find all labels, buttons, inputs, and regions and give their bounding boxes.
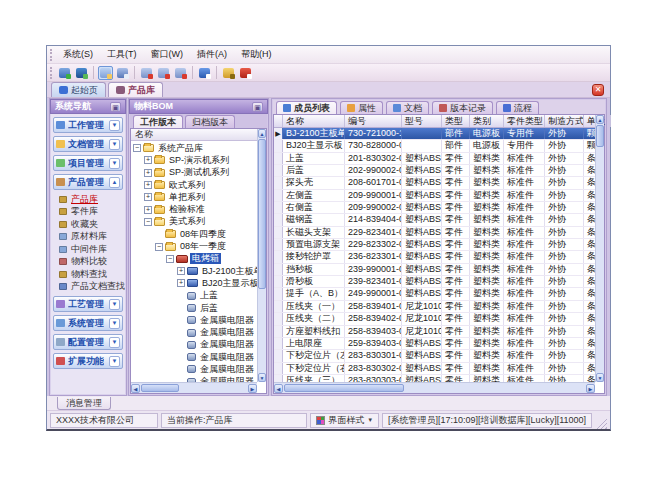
sidebar-item-2[interactable]: 收藏夹 xyxy=(51,218,125,231)
scroll-up-icon[interactable]: ▲ xyxy=(596,115,604,124)
table-row[interactable]: 下秒定位片（左）283-830301-00X塑料ABS零件塑料类标准件外协条 xyxy=(274,350,604,362)
window-sync-badge-icon[interactable] xyxy=(173,66,188,80)
lock-icon[interactable] xyxy=(221,66,236,80)
tree-node-15[interactable]: 金属膜电阻器 xyxy=(131,326,257,338)
scroll-down-icon[interactable]: ▼ xyxy=(596,373,604,382)
chevron-down-icon[interactable]: ▼ xyxy=(109,158,120,169)
table-row[interactable]: 上电限座259-839403-00X塑料ABS零件塑料类标准件外协条 xyxy=(274,338,604,350)
doc-tab-0[interactable]: 起始页 xyxy=(51,82,106,97)
content-tab-3[interactable]: 版本记录 xyxy=(432,101,493,114)
expand-icon[interactable]: + xyxy=(144,156,152,164)
tree-node-1[interactable]: +SP-演示机系列 xyxy=(131,154,257,166)
chevron-down-icon[interactable]: ▼ xyxy=(109,356,120,367)
tree-node-3[interactable]: +欧式系列 xyxy=(131,179,257,191)
close-tab-button[interactable]: ✕ xyxy=(592,84,604,96)
table-hscroll-thumb[interactable] xyxy=(284,384,404,392)
tree-node-13[interactable]: 后盖 xyxy=(131,302,257,314)
tree-vertical-scrollbar[interactable]: ▲ ▼ xyxy=(257,129,266,382)
scroll-right-icon[interactable]: ▶ xyxy=(248,384,257,393)
tree-node-6[interactable]: −美式系列 xyxy=(131,216,257,228)
tree-node-9[interactable]: −电烤箱 xyxy=(131,253,257,265)
sidebar-group-1[interactable]: 文档管理▼ xyxy=(53,136,123,152)
interface-style-selector[interactable]: 界面样式 ▼ xyxy=(310,413,379,428)
tree-node-0[interactable]: −系统产品库 xyxy=(131,142,257,154)
table-row[interactable]: 方座塑料线扣258-839403-00X尼龙1010零件塑料类标准件外协条 xyxy=(274,326,604,338)
expand-icon[interactable]: + xyxy=(144,206,152,214)
chevron-down-icon[interactable]: ▼ xyxy=(109,337,120,348)
window-close-badge-icon[interactable] xyxy=(139,66,154,80)
version-tab-0[interactable]: 工作版本 xyxy=(133,115,183,128)
tree-node-16[interactable]: 金属膜电阻器 xyxy=(131,339,257,351)
pin-icon[interactable]: ▣ xyxy=(110,102,121,112)
table-row[interactable]: 压线夹（二）258-839402-00X尼龙1010零件塑料类标准件外协条 xyxy=(274,313,604,325)
table-vscroll-thumb[interactable] xyxy=(596,125,604,147)
chevron-down-icon[interactable]: ▼ xyxy=(109,139,120,150)
folder-window-icon[interactable] xyxy=(98,66,113,80)
tree-node-4[interactable]: +单把系列 xyxy=(131,191,257,203)
tree-horizontal-scrollbar[interactable]: ◀ ▶ xyxy=(131,382,257,393)
sidebar-item-1[interactable]: 零件库 xyxy=(51,206,125,219)
tree-node-17[interactable]: 金属膜电阻器 xyxy=(131,351,257,363)
content-tab-2[interactable]: 文档 xyxy=(386,101,429,114)
sidebar-group-0[interactable]: 工作管理▼ xyxy=(53,117,123,133)
sidebar-group-7[interactable]: 扩展功能▼ xyxy=(53,353,123,369)
table-row[interactable]: 压线夹（三）283-830303-00X塑料ABS零件塑料类标准件外协条 xyxy=(274,375,604,382)
table-row[interactable]: 右侧盖209-990002-01X塑料ABS零件塑料类标准件外协条 xyxy=(274,202,604,214)
table-vertical-scrollbar[interactable]: ▲ ▼ xyxy=(595,115,604,382)
collapse-icon[interactable]: − xyxy=(144,218,152,226)
menu-drag-grip[interactable] xyxy=(50,49,53,61)
sidebar-item-4[interactable]: 中间件库 xyxy=(51,243,125,256)
column-header-4[interactable]: 类别 xyxy=(470,115,504,127)
resize-grip[interactable] xyxy=(597,415,607,429)
menu-item-0[interactable]: 系统(S) xyxy=(56,46,100,63)
menu-item-4[interactable]: 帮助(H) xyxy=(234,46,279,63)
tree-node-8[interactable]: −08年一季度 xyxy=(131,240,257,252)
tree-vscroll-thumb[interactable] xyxy=(258,139,266,289)
message-management-tab[interactable]: 消息管理 xyxy=(57,397,111,410)
scroll-left-icon[interactable]: ◀ xyxy=(274,384,283,393)
collapse-icon[interactable]: − xyxy=(155,243,163,251)
table-row[interactable]: 后盖202-990002-01X塑料ABS零件塑料类标准件外协条 xyxy=(274,165,604,177)
tree-node-14[interactable]: 金属膜电阻器 xyxy=(131,314,257,326)
table-row[interactable]: 探头壳208-601701-01X塑料ABS零件塑料类标准件外协条 xyxy=(274,177,604,189)
sidebar-group-5[interactable]: 系统管理▼ xyxy=(53,315,123,331)
table-row[interactable]: 下秒定位片（右）283-830302-00X塑料ABS零件塑料类标准件外协条 xyxy=(274,363,604,375)
sidebar-group-6[interactable]: 配置管理▼ xyxy=(53,334,123,350)
toolbar-drag-grip[interactable] xyxy=(50,67,53,79)
panel-options-icon[interactable]: ▣ xyxy=(252,102,263,112)
table-row[interactable]: 挡秒板239-990001-01X塑料ABS零件塑料类标准件外协条 xyxy=(274,264,604,276)
tree-node-10[interactable]: +BJ-2100主板单点 xyxy=(131,265,257,277)
scroll-up-icon[interactable]: ▲ xyxy=(258,129,266,138)
content-tab-1[interactable]: 属性 xyxy=(340,101,383,114)
table-row[interactable]: BJ20主显示板730-828000-04X部件电源板专用件外协颗 xyxy=(274,140,604,152)
table-row[interactable]: 磁钢盖214-839404-01X塑料ABS零件塑料类标准件外协条 xyxy=(274,214,604,226)
doc-tab-1[interactable]: 产品库 xyxy=(108,82,163,97)
column-header-6[interactable]: 制造方式 xyxy=(545,115,584,127)
chevron-down-icon[interactable]: ▼ xyxy=(109,120,120,131)
expand-icon[interactable]: + xyxy=(144,193,152,201)
column-header-3[interactable]: 类型 xyxy=(442,115,470,127)
globe-icon[interactable] xyxy=(74,66,89,80)
table-row[interactable]: 上盖201-830302-00X塑料ABS零件塑料类标准件外协条 xyxy=(274,153,604,165)
tree-node-18[interactable]: 金属膜电阻器 xyxy=(131,363,257,375)
version-tab-1[interactable]: 归档版本 xyxy=(185,115,235,128)
column-header-5[interactable]: 零件类型 xyxy=(504,115,545,127)
tree-column-header[interactable]: 名称 xyxy=(131,129,266,141)
tree-node-11[interactable]: +BJ20主显示板 xyxy=(131,277,257,289)
power-icon[interactable] xyxy=(238,66,253,80)
content-tab-0[interactable]: 成员列表 xyxy=(276,101,337,114)
column-header-2[interactable]: 型号 xyxy=(402,115,442,127)
collapse-icon[interactable]: − xyxy=(166,255,174,263)
sidebar-item-7[interactable]: 产品文档查找 xyxy=(51,281,125,294)
scroll-right-icon[interactable]: ▶ xyxy=(586,384,595,393)
sidebar-item-5[interactable]: 物料比较 xyxy=(51,256,125,269)
expand-icon[interactable]: + xyxy=(144,169,152,177)
scroll-down-icon[interactable]: ▼ xyxy=(258,373,266,382)
expand-icon[interactable]: + xyxy=(144,181,152,189)
column-header-0[interactable]: 名称 xyxy=(283,115,345,127)
table-row[interactable]: 长磁头支架229-823401-00X塑料ABS零件塑料类标准件外协条 xyxy=(274,227,604,239)
scroll-left-icon[interactable]: ◀ xyxy=(131,384,140,393)
collapse-icon[interactable]: − xyxy=(133,144,141,152)
window-list-icon[interactable] xyxy=(115,66,130,80)
tree-node-5[interactable]: +检验标准 xyxy=(131,203,257,215)
